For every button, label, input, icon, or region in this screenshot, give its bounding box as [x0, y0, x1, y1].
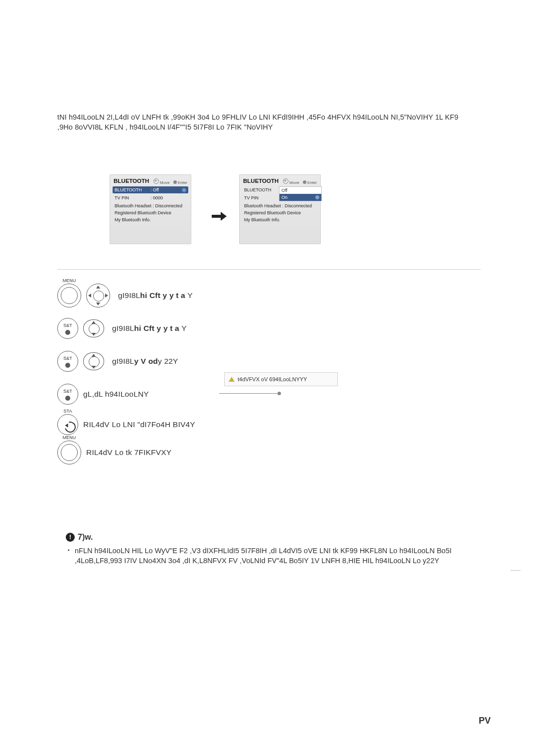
row-headset-label: Bluetooth Headset : Disconnected [113, 203, 189, 208]
remote-updown-icon [83, 352, 104, 370]
step-text-c: Y [179, 324, 187, 332]
info-icon: ! [66, 533, 75, 542]
step-5-text: RIL4dV Lo LNI "dI7Fo4H BIV4Y [83, 420, 195, 429]
remote-back-button: STA [57, 414, 78, 435]
arrow-right-icon [212, 212, 227, 221]
row-radio-icon [182, 188, 186, 192]
callout-text: t4dVFVX oV 694ILooLNYYY [238, 376, 307, 382]
remote-steps: MENU gI9I8Lhi Cft y y t a Y S&T gI9I8Lhi… [57, 279, 195, 466]
row-bluetooth-value: : Off [150, 187, 182, 192]
enter-icon [173, 180, 177, 184]
bluetooth-menu-before: BLUETOOTH Move Enter BLUETOOTH : Off TV … [110, 174, 191, 244]
button-caption: S&T [58, 323, 78, 328]
button-caption: MENU [58, 278, 81, 283]
button-caption: S&T [58, 356, 78, 361]
separator [57, 269, 481, 270]
step-text-b: hi Cft y y t a [140, 291, 185, 300]
remote-dpad-icon [86, 284, 110, 307]
button-caption: S&T [58, 389, 78, 394]
row-myinfo-label: My Bluetooth Info. [113, 217, 189, 222]
bluetooth-menu-after: BLUETOOTH Move Enter BLUETOOTH Off On TV… [239, 174, 321, 244]
row-registered-label: Registered Bluetooth Device [242, 210, 319, 215]
menu-title: BLUETOOTH [243, 178, 278, 184]
step-1: MENU gI9I8Lhi Cft y y t a Y [57, 279, 195, 312]
move-label: Move [289, 180, 299, 185]
row-bluetooth-label: BLUETOOTH [242, 187, 278, 192]
move-label: Move [160, 180, 170, 185]
menu-title: BLUETOOTH [114, 178, 149, 184]
enter-label: Enter [178, 180, 187, 185]
row-headset: Bluetooth Headset : Disconnected [113, 202, 188, 209]
button-caption: STA [58, 409, 78, 414]
note-heading: ! 7)w. [66, 533, 93, 542]
connector-line [219, 393, 279, 394]
step-4: S&T gL,dL h94ILooLNY [57, 378, 195, 411]
step-text-c: y 22Y [158, 357, 178, 365]
move-icon [153, 178, 159, 184]
step-text-a: gI9I8L [112, 324, 134, 332]
step-5: STA RIL4dV Lo LNI "dI7Fo4H BIV4Y [57, 411, 195, 439]
note-line1: nFLN h94ILooLN HIL Lo WyV"E F2 ,V3 dIXFH… [75, 547, 451, 555]
remote-set-button: S&T [57, 318, 78, 339]
note-line2: ,4LoB,LF8,993 I7IV LNo4XN 3o4 ,dI K,L8NF… [75, 557, 439, 565]
intro-line2: ,9Ho 8oVVI8L KFLN , h94ILooLN I/4F""I5 5… [57, 123, 273, 131]
step-3-text: gI9I8Ly V ody 22Y [112, 357, 178, 366]
menu-hints: Move Enter [153, 178, 187, 185]
note-body: ▪ nFLN h94ILooLN HIL Lo WyV"E F2 ,V3 dIX… [75, 546, 483, 566]
menu-hints: Move Enter [283, 178, 317, 185]
step-text-c: Y [185, 291, 193, 300]
row-registered-label: Registered Bluetooth Device [113, 210, 189, 215]
bullet-icon: ▪ [68, 547, 70, 554]
step-2: S&T gI9I8Lhi Cft y y t a Y [57, 312, 195, 345]
warning-icon [229, 377, 235, 382]
step-2-text: gI9I8Lhi Cft y y t a Y [112, 324, 187, 333]
step-3: S&T gI9I8Ly V ody 22Y [57, 345, 195, 378]
step-text-b: hi Cft y y t a [134, 324, 179, 332]
step-text-a: gI9I8L [112, 357, 134, 365]
row-registered: Registered Bluetooth Device [113, 209, 188, 216]
row-bluetooth: BLUETOOTH : Off [113, 186, 188, 193]
page-number: PV [479, 716, 491, 726]
remote-set-button: S&T [57, 384, 78, 405]
row-tvpin-label: TV PIN [242, 195, 280, 200]
dropdown-off-label: Off [281, 188, 287, 193]
remote-updown-icon [83, 319, 104, 337]
remote-menu-button: MENU [57, 441, 81, 464]
step-text-b: y V od [134, 357, 158, 365]
intro-text: tNI h94ILooLN 2I,L4dI oV LNFH tk ,99oKH … [57, 113, 491, 132]
remote-set-button: S&T [57, 351, 78, 372]
margin-rule [511, 570, 521, 571]
step-6: MENU RIL4dV Lo tk 7FIKFVXY [57, 439, 195, 466]
row-myinfo: My Bluetooth Info. [242, 216, 318, 223]
step-1-text: gI9I8Lhi Cft y y t a Y [118, 291, 193, 300]
note-title: 7)w. [78, 533, 93, 542]
row-myinfo-label: My Bluetooth Info. [242, 217, 319, 222]
row-tvpin-label: TV PIN [113, 195, 150, 200]
row-registered: Registered Bluetooth Device [242, 209, 318, 216]
row-headset-label: Bluetooth Headset : Disconnected [242, 203, 319, 208]
step-4-text: gL,dL h94ILooLNY [83, 390, 149, 399]
dropdown-off: Off [279, 187, 321, 194]
row-tvpin: TV PIN [242, 194, 318, 201]
row-bluetooth-label: BLUETOOTH [113, 187, 150, 192]
callout-box: t4dVFVX oV 694ILooLNYYY [224, 372, 338, 386]
button-caption: MENU [58, 435, 81, 440]
enter-icon [303, 180, 306, 184]
row-headset: Bluetooth Headset : Disconnected [242, 202, 318, 209]
step-text-a: gI9I8L [118, 291, 140, 300]
enter-label: Enter [307, 180, 317, 185]
row-tvpin-value: : 0000 [150, 195, 188, 200]
row-myinfo: My Bluetooth Info. [113, 216, 188, 223]
move-icon [283, 178, 288, 184]
step-6-text: RIL4dV Lo tk 7FIKFVXY [86, 448, 171, 457]
row-tvpin: TV PIN : 0000 [113, 194, 188, 201]
intro-line1: tNI h94ILooLN 2I,L4dI oV LNFH tk ,99oKH … [57, 113, 458, 121]
remote-menu-button: MENU [57, 284, 81, 307]
